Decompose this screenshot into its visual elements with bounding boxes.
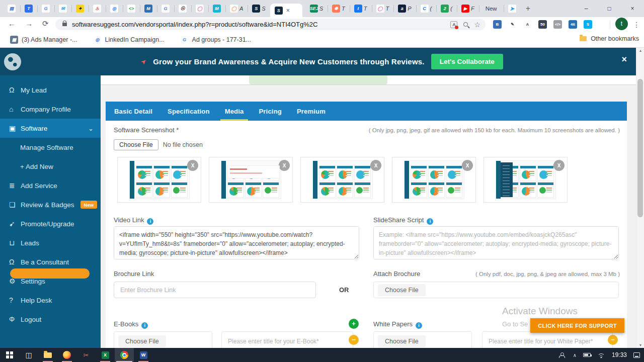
sidebar-item[interactable]: ⊔Leads [0, 233, 101, 252]
zoom-icon[interactable] [463, 22, 468, 27]
browser-tab[interactable]: ⦿ [174, 0, 191, 17]
firefox-button[interactable] [57, 348, 76, 362]
browser-tab[interactable]: ◯A [225, 0, 248, 17]
start-button[interactable] [0, 348, 19, 362]
tray-expand-icon[interactable]: ∧ [573, 352, 577, 358]
sidebar-item[interactable]: ➹Promote/Upgrade [0, 214, 101, 233]
sidebar-item[interactable]: Manage Software [0, 138, 101, 157]
choose-file-button[interactable]: Choose File [118, 335, 166, 347]
remove-screenshot-button[interactable]: X [279, 160, 290, 171]
people-icon[interactable] [559, 352, 567, 358]
snipping-tool-button[interactable]: ✂ [76, 348, 96, 362]
browser-tab[interactable]: ◯ [191, 0, 208, 17]
extension-icon[interactable]: A [523, 20, 532, 29]
new-tab-button[interactable]: + [521, 4, 535, 13]
browser-tab[interactable]: ✉ [54, 0, 71, 17]
tab-close-icon[interactable]: × [286, 8, 290, 14]
battery-icon[interactable] [583, 353, 591, 357]
tab-pricing[interactable]: Pricing [251, 102, 289, 121]
browser-tab[interactable]: M [140, 0, 157, 17]
sidebar-item[interactable]: ❏Review & BadgesNew [0, 195, 101, 214]
word-button[interactable]: W [134, 348, 153, 362]
sidebar-item[interactable]: ⌂Company Profile [0, 100, 101, 119]
info-icon[interactable]: i [141, 322, 148, 329]
other-bookmarks[interactable]: Other bookmarks [580, 35, 639, 42]
info-icon[interactable]: i [147, 218, 153, 225]
tab-media[interactable]: Media [217, 102, 252, 121]
browser-tab[interactable]: ▤ [3, 0, 20, 17]
remove-screenshot-button[interactable]: X [370, 160, 381, 171]
browser-tab[interactable]: ❋T [328, 0, 350, 17]
browser-tab[interactable]: T [20, 0, 37, 17]
slideshare-textarea[interactable] [373, 226, 619, 259]
minimize-button[interactable]: – [575, 0, 598, 17]
browser-tab[interactable]: SS [248, 0, 270, 17]
new-tab[interactable]: New [479, 0, 504, 17]
info-icon[interactable]: i [427, 218, 433, 225]
clock[interactable]: 19:33 [612, 351, 627, 358]
chrome-button[interactable] [115, 348, 134, 362]
close-window-button[interactable]: × [621, 0, 644, 17]
tab-basic-detail[interactable]: Basic Detail [107, 102, 160, 121]
browser-tab-plane[interactable]: ➤ [504, 0, 521, 17]
choose-file-button[interactable]: Choose File [378, 284, 426, 296]
sidebar-item[interactable]: + Add New [0, 157, 101, 176]
extension-icon[interactable]: 50 [538, 20, 547, 29]
remove-white-paper-button[interactable]: − [608, 335, 618, 345]
file-explorer-button[interactable] [38, 348, 57, 362]
sidebar-bottom-button[interactable] [10, 268, 90, 279]
choose-file-button[interactable]: Choose File [378, 335, 426, 347]
remove-screenshot-button[interactable]: X [187, 160, 198, 171]
lets-collaborate-button[interactable]: Let's Collaborate [431, 54, 503, 69]
forward-button[interactable]: → [25, 19, 33, 28]
browser-tab[interactable]: G [157, 0, 174, 17]
wifi-icon[interactable] [597, 352, 605, 358]
browser-tab[interactable]: ◯T [372, 0, 394, 17]
extension-icon[interactable]: 46 [569, 20, 577, 29]
brochure-link-input[interactable] [114, 282, 316, 298]
sidebar-item[interactable]: ?Help Desk [0, 291, 101, 310]
browser-tab[interactable]: ♨ [89, 0, 106, 17]
reload-button[interactable]: ⟳ [42, 19, 49, 28]
browser-tab[interactable]: <> [123, 0, 140, 17]
browser-tab[interactable]: aP [393, 0, 416, 17]
extension-icon[interactable]: B [493, 20, 502, 29]
bookmark-item[interactable]: ◎LinkedIn Campaign... [87, 34, 170, 46]
profile-avatar[interactable]: t [615, 18, 628, 30]
browser-tab[interactable]: M [208, 0, 225, 17]
remove-screenshot-button[interactable]: X [553, 160, 565, 171]
action-center-icon[interactable] [633, 352, 640, 358]
remove-ebook-button[interactable]: − [349, 335, 359, 345]
extension-icon[interactable]: ✎ [508, 20, 517, 29]
browser-tab[interactable]: SEJS [305, 0, 328, 17]
info-icon[interactable]: i [416, 322, 422, 329]
sidebar-item[interactable]: ▣Software⌄ [0, 119, 101, 138]
support-button[interactable]: CLICK HERE FOR SUPPORT [530, 318, 624, 333]
browser-tab[interactable]: G [37, 0, 54, 17]
browser-tab[interactable]: ✦ [71, 0, 89, 17]
maximize-button[interactable]: □ [598, 0, 621, 17]
choose-file-button[interactable]: Choose File [114, 139, 158, 150]
address-bar[interactable]: softwaresuggest.com/vendorsportal/index.… [55, 19, 486, 30]
sidebar-item[interactable]: ΩMy Lead [0, 80, 101, 100]
bookmark-item[interactable]: GAd groups - 177-31... [175, 34, 257, 46]
scroll-up-icon[interactable]: ▲ [636, 49, 644, 52]
bookmark-star-icon[interactable]: ☆ [474, 21, 480, 29]
extension-icon[interactable]: S [584, 20, 592, 29]
browser-tab[interactable]: ▶F [457, 0, 479, 17]
scroll-down-icon[interactable]: ▼ [636, 343, 644, 347]
tab-premium[interactable]: Premium [289, 102, 333, 121]
tab-specification[interactable]: Specification [160, 102, 217, 121]
browser-tab[interactable]: C( [416, 0, 437, 17]
extension-icon[interactable]: </> [553, 20, 562, 29]
lock-icon[interactable] [62, 23, 67, 26]
video-link-textarea[interactable]: <iframe width="550" height="350" src="ht… [114, 226, 359, 259]
excel-button[interactable]: X [96, 348, 115, 362]
add-ebook-button[interactable]: + [349, 319, 359, 329]
task-view-button[interactable]: ◫ [19, 348, 38, 362]
page-scrollbar[interactable]: ▲ ▼ [636, 48, 644, 348]
browser-tab[interactable]: IT [350, 0, 372, 17]
sidebar-item[interactable]: ≣Add Service [0, 176, 101, 195]
active-browser-tab[interactable]: S × [270, 4, 302, 17]
back-button[interactable]: ← [8, 19, 16, 28]
